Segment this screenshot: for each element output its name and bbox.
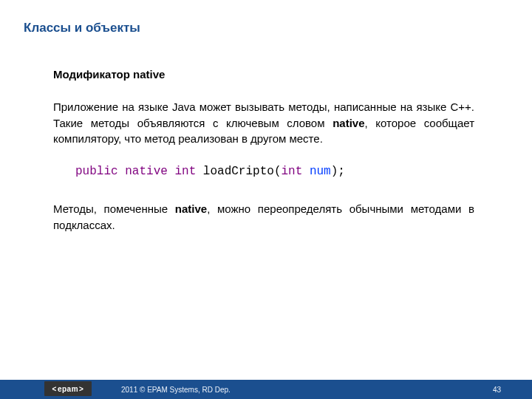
- paragraph-2: Методы, помеченные native, можно переопр…: [53, 201, 474, 233]
- code-line: public native int loadCripto(int num);: [75, 163, 474, 180]
- logo-epam: epam: [44, 381, 92, 396]
- footer-bar: epam 2011 © EPAM Systems, RD Dep. 43: [0, 380, 532, 399]
- footer-text: 2011 © EPAM Systems, RD Dep.: [121, 386, 231, 394]
- paragraph-1: Приложение на языке Java может вызывать …: [53, 99, 474, 147]
- slide: Классы и объекты Модификатор native Прил…: [0, 0, 532, 399]
- slide-body: Модификатор native Приложение на языке J…: [53, 66, 474, 250]
- slide-title: Классы и объекты: [24, 21, 140, 35]
- page-number: 43: [493, 386, 501, 394]
- subheading: Модификатор native: [53, 66, 474, 83]
